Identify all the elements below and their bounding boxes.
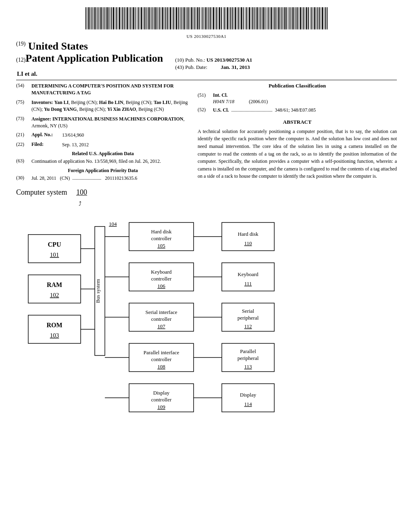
svg-rect-61 xyxy=(179,7,180,29)
section-30-num: (30) xyxy=(16,175,29,182)
int-cl-label: Int. Cl. xyxy=(213,92,268,98)
svg-rect-137 xyxy=(297,7,298,29)
svg-rect-107 xyxy=(251,7,251,29)
section-73: (73) Assignee: INTERNATIONAL BUSINESS MA… xyxy=(16,116,190,130)
svg-rect-45 xyxy=(154,7,156,29)
svg-rect-145 xyxy=(310,7,311,29)
section-21-label: Appl. No.: xyxy=(31,132,60,139)
svg-text:114: 114 xyxy=(244,401,252,407)
section-21: (21) Appl. No.: 13/614,960 xyxy=(16,132,190,139)
svg-rect-148 xyxy=(314,7,315,29)
svg-rect-120 xyxy=(271,7,272,29)
barcode-area: US 20130027530A1 xyxy=(0,0,413,40)
diagram-ref-num: 100 xyxy=(76,188,87,196)
svg-rect-140 xyxy=(302,7,302,29)
section-63-content: Continuation of application No. 13/558,9… xyxy=(31,158,161,165)
svg-rect-103 xyxy=(245,7,245,29)
svg-rect-131 xyxy=(288,7,289,29)
svg-rect-11 xyxy=(102,7,103,29)
svg-rect-91 xyxy=(226,7,226,29)
pub-date-prefix: (43) Pub. Date: xyxy=(175,64,207,70)
svg-text:CPU: CPU xyxy=(48,241,61,248)
svg-rect-105 xyxy=(248,7,248,29)
us-cl-value: 348/61; 348/E07.085 xyxy=(275,107,316,113)
svg-rect-113 xyxy=(260,7,261,29)
svg-rect-104 xyxy=(246,7,247,29)
svg-rect-4 xyxy=(92,7,92,29)
svg-text:controller: controller xyxy=(151,316,172,322)
svg-rect-43 xyxy=(152,7,152,29)
svg-rect-66 xyxy=(187,7,188,29)
svg-rect-75 xyxy=(201,7,202,29)
diagram-title-row: Computer system 100 xyxy=(16,188,397,198)
section-73-body: Assignee: INTERNATIONAL BUSINESS MACHINE… xyxy=(31,116,190,130)
svg-rect-125 xyxy=(278,7,280,29)
section-21-num: (21) xyxy=(16,132,29,139)
svg-text:Display: Display xyxy=(153,390,170,396)
svg-rect-127 xyxy=(282,7,282,29)
svg-text:113: 113 xyxy=(244,364,252,370)
svg-rect-3 xyxy=(90,7,91,29)
svg-rect-13 xyxy=(105,7,106,29)
svg-text:104: 104 xyxy=(109,221,117,227)
section-22: (22) Filed: Sep. 13, 2012 xyxy=(16,141,190,148)
pub-prefix: (12) xyxy=(16,57,25,63)
svg-rect-24 xyxy=(122,7,123,29)
svg-rect-141 xyxy=(303,7,304,29)
svg-rect-12 xyxy=(104,7,104,29)
svg-text:Hard disk: Hard disk xyxy=(238,231,259,237)
pub-no-line: (10) Pub. No.: US 2013/0027530 A1 xyxy=(175,57,252,63)
svg-rect-124 xyxy=(277,7,277,29)
svg-rect-129 xyxy=(284,7,286,29)
svg-rect-41 xyxy=(148,7,150,29)
svg-rect-23 xyxy=(121,7,121,29)
svg-rect-96 xyxy=(234,7,234,29)
svg-rect-128 xyxy=(283,7,284,29)
class-row-uscl: (52) U.S. Cl. ..........................… xyxy=(198,107,397,114)
svg-rect-123 xyxy=(275,7,276,29)
section-73-num: (73) xyxy=(16,116,29,130)
svg-rect-25 xyxy=(124,7,125,29)
svg-rect-77 xyxy=(204,7,204,29)
svg-rect-31 xyxy=(133,7,134,29)
svg-rect-142 xyxy=(305,7,305,29)
svg-rect-116 xyxy=(265,7,265,29)
class-row-intcl: (51) Int. Cl. H04N 7/18 (2006.01) xyxy=(198,92,397,105)
svg-rect-52 xyxy=(165,7,166,29)
svg-rect-10 xyxy=(100,7,102,29)
svg-rect-71 xyxy=(194,7,195,29)
svg-text:controller: controller xyxy=(151,276,172,282)
svg-rect-5 xyxy=(93,7,94,29)
country-name: United States xyxy=(28,40,88,52)
svg-text:Parallel: Parallel xyxy=(240,348,256,354)
svg-rect-28 xyxy=(129,7,129,29)
svg-rect-8 xyxy=(98,7,98,29)
svg-rect-156 xyxy=(327,7,327,29)
left-column: (54) DETERMINING A COMPUTER'S POSITION A… xyxy=(16,83,190,184)
svg-text:108: 108 xyxy=(157,364,165,370)
svg-rect-110 xyxy=(255,7,256,29)
barcode-image xyxy=(86,7,327,31)
svg-text:109: 109 xyxy=(157,404,165,410)
svg-rect-147 xyxy=(313,7,313,29)
section-75-num: (75) xyxy=(16,99,29,113)
svg-rect-6 xyxy=(94,7,96,29)
svg-rect-89 xyxy=(223,7,223,29)
svg-rect-22 xyxy=(119,7,120,29)
svg-rect-119 xyxy=(269,7,270,29)
svg-rect-94 xyxy=(230,7,231,29)
svg-rect-69 xyxy=(191,7,192,29)
svg-rect-47 xyxy=(158,7,159,29)
section-22-content: Sep. 13, 2012 xyxy=(62,141,89,148)
svg-text:ROM: ROM xyxy=(46,322,62,328)
section-22-label: Filed: xyxy=(31,141,60,148)
pub-no-prefix: (10) Pub. No.: xyxy=(175,57,205,63)
country-line: (19) United States xyxy=(16,40,397,52)
diagram-title: Computer system 100 xyxy=(16,188,87,197)
svg-text:Parallel interface: Parallel interface xyxy=(144,349,179,355)
svg-rect-72 xyxy=(196,7,196,29)
section-63-num: (63) xyxy=(16,158,29,165)
svg-rect-79 xyxy=(207,7,208,29)
svg-rect-100 xyxy=(240,7,240,29)
svg-rect-130 xyxy=(286,7,287,29)
